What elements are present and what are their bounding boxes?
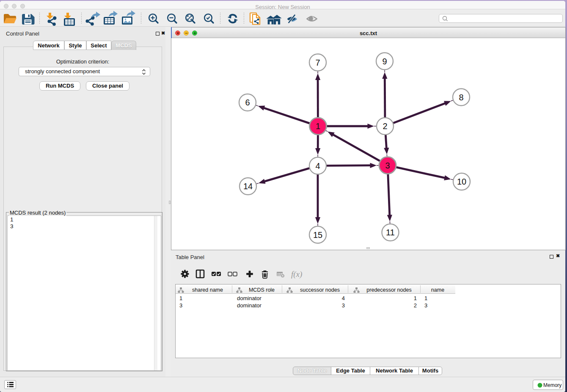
svg-text:1: 1 — [315, 121, 320, 131]
svg-text:11: 11 — [386, 228, 395, 237]
svg-text:9: 9 — [382, 56, 387, 66]
svg-text:6: 6 — [245, 98, 250, 107]
svg-text:7: 7 — [315, 58, 320, 67]
svg-text:8: 8 — [459, 92, 463, 102]
svg-text:4: 4 — [315, 161, 320, 170]
svg-text:10: 10 — [457, 177, 466, 186]
svg-text:3: 3 — [385, 160, 390, 170]
svg-text:14: 14 — [243, 182, 252, 191]
svg-text:15: 15 — [313, 230, 322, 239]
svg-text:2: 2 — [383, 121, 387, 131]
svg-text:f(x): f(x) — [291, 270, 302, 279]
